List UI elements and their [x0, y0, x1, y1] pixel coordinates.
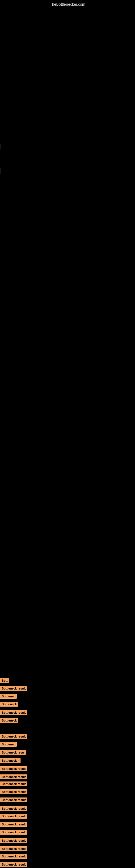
- badge-row-14: Bottleneck result: [0, 789, 27, 795]
- badge-row-5: Bottleneck result: [0, 710, 27, 716]
- bottleneck-badge-3[interactable]: Bottlenec: [0, 694, 17, 699]
- badge-row-10: Bottleneck r: [0, 758, 20, 764]
- bottleneck-badge-15[interactable]: Bottleneck result: [0, 798, 27, 802]
- bottleneck-badge-7[interactable]: Bottleneck result: [0, 734, 27, 739]
- bottleneck-badge-19[interactable]: Bottleneck result: [0, 830, 27, 835]
- bottleneck-badge-2[interactable]: Bottleneck result: [0, 686, 27, 691]
- badge-row-9: Bottleneck resu: [0, 750, 26, 756]
- bottleneck-badge-10[interactable]: Bottleneck r: [0, 758, 20, 763]
- badge-row-1: Bott: [0, 678, 9, 684]
- bottleneck-badge-13[interactable]: Bottleneck result: [0, 781, 27, 786]
- badge-row-7: Bottleneck result: [0, 734, 27, 740]
- bottleneck-badge-9[interactable]: Bottleneck resu: [0, 750, 26, 755]
- badge-row-20: Bottleneck result: [0, 838, 27, 844]
- badge-row-18: Bottleneck result: [0, 822, 27, 828]
- badge-row-22: Bottleneck result: [0, 854, 27, 860]
- badge-row-12: Bottleneck result: [0, 774, 27, 780]
- badge-row-19: Bottleneck result: [0, 830, 27, 836]
- bottleneck-badge-14[interactable]: Bottleneck result: [0, 789, 27, 794]
- badge-row-16: Bottleneck result: [0, 806, 27, 812]
- badge-row-2: Bottleneck result: [0, 686, 27, 692]
- bottleneck-badge-6[interactable]: Bottleneck: [0, 718, 18, 723]
- badge-row-13: Bottleneck result: [0, 781, 27, 787]
- bottleneck-badge-21[interactable]: Bottleneck result: [0, 846, 27, 851]
- badge-row-3: Bottlenec: [0, 694, 17, 700]
- bottleneck-badge-4[interactable]: Bottleneck: [0, 702, 18, 707]
- site-title: TheBottlenecker.com: [0, 0, 135, 8]
- bottleneck-badge-17[interactable]: Bottleneck result: [0, 814, 27, 818]
- bottleneck-badge-23[interactable]: Bottleneck result: [0, 862, 27, 867]
- badge-row-15: Bottleneck result: [0, 798, 27, 803]
- bottleneck-badge-5[interactable]: Bottleneck result: [0, 710, 27, 715]
- bottleneck-badge-16[interactable]: Bottleneck result: [0, 806, 27, 811]
- badge-row-11: Bottleneck result: [0, 766, 27, 772]
- badge-row-23: Bottleneck result: [0, 862, 27, 868]
- bottleneck-badge-18[interactable]: Bottleneck result: [0, 822, 27, 827]
- badge-row-4: Bottleneck: [0, 702, 18, 708]
- bottleneck-badge-20[interactable]: Bottleneck result: [0, 838, 27, 843]
- badge-row-6: Bottleneck: [0, 718, 18, 724]
- bottleneck-badge-11[interactable]: Bottleneck result: [0, 766, 27, 771]
- badge-row-8: Bottlenec: [0, 742, 17, 748]
- bottleneck-badge-8[interactable]: Bottlenec: [0, 742, 17, 747]
- bottleneck-badge-1[interactable]: Bott: [0, 678, 9, 683]
- bottleneck-badge-12[interactable]: Bottleneck result: [0, 774, 27, 779]
- badge-row-21: Bottleneck result: [0, 846, 27, 852]
- badge-row-17: Bottleneck result: [0, 814, 27, 820]
- bottleneck-badge-22[interactable]: Bottleneck result: [0, 854, 27, 859]
